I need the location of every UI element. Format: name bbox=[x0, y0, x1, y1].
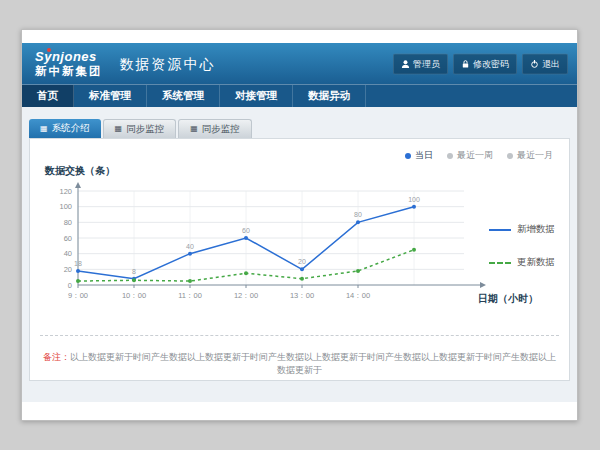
page-title: 数据资源中心 bbox=[120, 56, 216, 74]
svg-text:18: 18 bbox=[74, 260, 82, 267]
tab-label: 系统介绍 bbox=[52, 122, 90, 135]
series-legend-new-data[interactable]: 新增数据 bbox=[489, 223, 555, 236]
tab-label: 同步监控 bbox=[126, 123, 164, 136]
svg-text:20: 20 bbox=[298, 258, 306, 265]
tab-sync-monitor-2[interactable]: ▦ 同步监控 bbox=[178, 119, 252, 138]
chart-card: 当日 最近一周 最近一月 数据交换（条） 0204060801001209：00… bbox=[29, 138, 570, 381]
nav-item-interface-mgmt[interactable]: 对接管理 bbox=[220, 85, 293, 107]
note-row: 备注：以上数据更新于时间产生数据以上数据更新于时间产生数据以上数据更新于时间产生… bbox=[40, 335, 559, 377]
logout-button[interactable]: 退出 bbox=[522, 53, 568, 74]
svg-text:80: 80 bbox=[354, 211, 362, 218]
svg-text:12：00: 12：00 bbox=[234, 291, 258, 300]
nav-item-system-mgmt[interactable]: 系统管理 bbox=[147, 85, 220, 107]
range-option-today[interactable]: 当日 bbox=[405, 149, 433, 162]
change-password-label: 修改密码 bbox=[473, 57, 509, 70]
app-window: Synjones 新中新集团 数据资源中心 管理员 修改密码 退出 首页 标准管… bbox=[21, 29, 578, 421]
note-text: 以上数据更新于时间产生数据以上数据更新于时间产生数据以上数据更新于时间产生数据以… bbox=[70, 352, 556, 375]
line-chart: 0204060801001209：0010：0011：0012：0013：001… bbox=[42, 181, 512, 313]
svg-text:14：00: 14：00 bbox=[346, 291, 370, 300]
logout-label: 退出 bbox=[542, 57, 560, 70]
tab-sync-monitor-1[interactable]: ▦ 同步监控 bbox=[103, 119, 177, 138]
svg-text:8: 8 bbox=[132, 268, 136, 275]
logo-text: Synjones bbox=[35, 50, 103, 63]
svg-text:9：00: 9：00 bbox=[68, 291, 88, 300]
legend-dot-icon bbox=[447, 153, 453, 159]
svg-text:20: 20 bbox=[64, 265, 72, 274]
svg-text:60: 60 bbox=[242, 227, 250, 234]
grid-icon: ▦ bbox=[190, 125, 198, 133]
content-area: ▦ 系统介绍 ▦ 同步监控 ▦ 同步监控 当日 最近一周 bbox=[22, 107, 577, 402]
tab-bar: ▦ 系统介绍 ▦ 同步监控 ▦ 同步监控 bbox=[29, 119, 577, 138]
svg-text:120: 120 bbox=[59, 187, 72, 196]
svg-text:11：00: 11：00 bbox=[178, 291, 202, 300]
synjones-logo: Synjones 新中新集团 bbox=[35, 50, 103, 78]
logo-red-dot-icon bbox=[47, 48, 51, 52]
y-axis-title: 数据交换（条） bbox=[45, 164, 115, 178]
svg-text:60: 60 bbox=[64, 234, 72, 243]
series-label: 更新数据 bbox=[517, 256, 555, 269]
range-legend: 当日 最近一周 最近一月 bbox=[405, 149, 553, 162]
app-header: Synjones 新中新集团 数据资源中心 管理员 修改密码 退出 bbox=[22, 43, 577, 84]
range-label: 当日 bbox=[415, 149, 433, 162]
grid-icon: ▦ bbox=[115, 125, 123, 133]
dashed-line-sample-icon bbox=[489, 262, 511, 264]
x-axis-title: 日期（小时） bbox=[478, 292, 538, 306]
main-nav: 首页 标准管理 系统管理 对接管理 数据异动 bbox=[22, 84, 577, 107]
svg-text:40: 40 bbox=[64, 249, 72, 258]
legend-dot-icon bbox=[507, 153, 513, 159]
header-actions: 管理员 修改密码 退出 bbox=[393, 53, 568, 74]
logo-subtitle: 新中新集团 bbox=[35, 66, 103, 78]
lock-icon bbox=[461, 59, 470, 68]
svg-text:100: 100 bbox=[59, 202, 72, 211]
tab-label: 同步监控 bbox=[202, 123, 240, 136]
nav-item-standard-mgmt[interactable]: 标准管理 bbox=[74, 85, 147, 107]
series-label: 新增数据 bbox=[517, 223, 555, 236]
range-label: 最近一周 bbox=[457, 149, 493, 162]
svg-text:10：00: 10：00 bbox=[122, 291, 146, 300]
solid-line-sample-icon bbox=[489, 229, 511, 231]
admin-user-button[interactable]: 管理员 bbox=[393, 53, 448, 74]
series-legend-updated-data[interactable]: 更新数据 bbox=[489, 256, 555, 269]
svg-text:100: 100 bbox=[408, 196, 420, 203]
svg-text:0: 0 bbox=[68, 281, 72, 290]
admin-user-label: 管理员 bbox=[413, 57, 440, 70]
series-legend: 新增数据 更新数据 bbox=[489, 223, 555, 269]
nav-item-data-change[interactable]: 数据异动 bbox=[293, 85, 366, 107]
nav-item-home[interactable]: 首页 bbox=[22, 85, 74, 107]
range-option-last-month[interactable]: 最近一月 bbox=[507, 149, 553, 162]
user-icon bbox=[401, 59, 410, 68]
grid-icon: ▦ bbox=[40, 125, 48, 133]
legend-dot-icon bbox=[405, 153, 411, 159]
range-label: 最近一月 bbox=[517, 149, 553, 162]
svg-text:40: 40 bbox=[186, 243, 194, 250]
svg-text:80: 80 bbox=[64, 218, 72, 227]
note-label: 备注： bbox=[43, 352, 70, 362]
power-icon bbox=[530, 59, 539, 68]
change-password-button[interactable]: 修改密码 bbox=[453, 53, 517, 74]
tab-system-intro[interactable]: ▦ 系统介绍 bbox=[29, 119, 101, 138]
svg-text:13：00: 13：00 bbox=[290, 291, 314, 300]
range-option-last-week[interactable]: 最近一周 bbox=[447, 149, 493, 162]
